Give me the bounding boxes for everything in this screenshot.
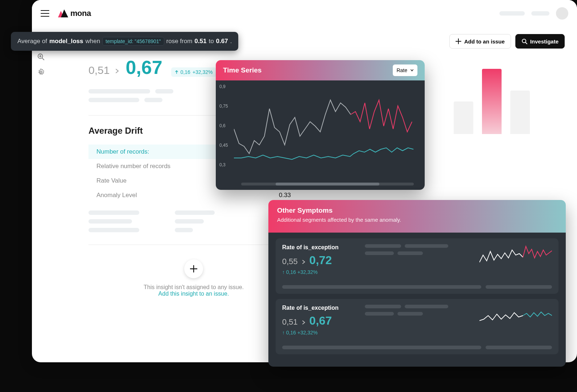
scrollbar-thumb[interactable] bbox=[276, 183, 379, 185]
gear-icon[interactable] bbox=[37, 68, 45, 76]
menu-icon[interactable] bbox=[41, 10, 49, 17]
symptom-values: 0,55 0,72 bbox=[282, 254, 358, 267]
tooltip-text: when bbox=[85, 38, 100, 45]
caret-right-icon bbox=[301, 320, 306, 325]
summary-from: 0,51 bbox=[88, 64, 110, 76]
card-header: Other Symptoms Additional segments affec… bbox=[268, 200, 566, 233]
stat-label: Number of records: bbox=[96, 148, 149, 155]
card-title: Other Symptoms bbox=[277, 207, 557, 214]
placeholder-strip bbox=[282, 346, 552, 349]
timeseries-svg bbox=[234, 86, 415, 172]
timeseries-card: Time Series Rate 0,9 0,75 0,6 0,45 0,3 bbox=[216, 60, 425, 190]
tooltip-text: to bbox=[209, 38, 214, 45]
symptom-from: 0,55 bbox=[282, 257, 298, 266]
topbar: mona bbox=[32, 0, 577, 27]
placeholder-rows bbox=[88, 210, 299, 232]
divider bbox=[88, 245, 299, 245]
add-to-issue-label: Add to an issue bbox=[464, 38, 505, 45]
symptom-delta: ↑ 0,16 +32,32% bbox=[282, 330, 358, 335]
tooltip-text: Average of bbox=[17, 38, 47, 45]
sparkline bbox=[479, 305, 552, 327]
tooltip-from: 0.51 bbox=[194, 38, 206, 45]
assign-link[interactable]: Add this insight to an issue. bbox=[88, 291, 299, 297]
tooltip-text: . bbox=[230, 38, 232, 45]
card-subtitle: Additional segments affected by the same… bbox=[277, 217, 557, 223]
sparkline bbox=[479, 244, 552, 267]
side-tools bbox=[37, 53, 45, 76]
symptom-delta: ↑ 0,16 +32,32% bbox=[282, 269, 358, 275]
plus-icon bbox=[190, 265, 198, 273]
symptom-to: 0,67 bbox=[309, 314, 332, 328]
svg-point-2 bbox=[40, 71, 42, 73]
symptom-item[interactable]: Rate of is_exception 0,55 0,72 ↑ 0,16 +3… bbox=[276, 238, 559, 294]
stat-label: Anomaly Level bbox=[96, 192, 137, 199]
bar-chart-placeholder bbox=[454, 54, 562, 134]
stat-value: 0.33 bbox=[279, 192, 291, 199]
card-header: Time Series Rate bbox=[216, 60, 425, 80]
caret-right-icon bbox=[301, 260, 306, 264]
assign-hint: This insight isn't assigned to any issue… bbox=[88, 284, 299, 291]
tooltip-text: rose from bbox=[166, 38, 193, 45]
plus-icon bbox=[456, 38, 461, 44]
topbar-right bbox=[499, 7, 568, 20]
symptom-name: Rate of is_exception bbox=[282, 244, 358, 251]
timeseries-plot[interactable]: 0,9 0,75 0,6 0,45 0,3 bbox=[216, 80, 425, 190]
symptom-from: 0,51 bbox=[282, 317, 298, 327]
y-tick: 0,45 bbox=[219, 143, 228, 148]
delta-pct: +32,32% bbox=[193, 69, 213, 75]
insight-tooltip: Average of model_loss when template_id: … bbox=[11, 32, 238, 51]
select-value: Rate bbox=[396, 67, 407, 73]
tooltip-metric: model_loss bbox=[49, 38, 83, 45]
placeholder-rows bbox=[365, 305, 473, 316]
placeholder bbox=[531, 11, 549, 16]
investigate-button[interactable]: Investigate bbox=[515, 34, 565, 49]
brand-name: mona bbox=[70, 9, 91, 18]
arrow-right-icon bbox=[115, 68, 120, 74]
card-title: Time Series bbox=[223, 66, 261, 74]
symptom-name: Rate of is_exception bbox=[282, 305, 358, 311]
tooltip-to: 0.67 bbox=[216, 38, 228, 45]
add-issue-round-button[interactable] bbox=[184, 259, 203, 278]
y-tick: 0,6 bbox=[219, 123, 226, 128]
stat-anomaly: Anomaly Level 0.33 bbox=[88, 188, 299, 203]
metric-select[interactable]: Rate bbox=[393, 64, 417, 76]
symptoms-card: Other Symptoms Additional segments affec… bbox=[268, 200, 566, 367]
symptoms-body: Rate of is_exception 0,55 0,72 ↑ 0,16 +3… bbox=[268, 233, 566, 367]
delta-abs: 0,16 bbox=[181, 69, 190, 75]
stat-label: Rate Value bbox=[96, 177, 127, 184]
chevron-down-icon bbox=[410, 68, 414, 72]
symptom-values: 0,51 0,67 bbox=[282, 314, 358, 328]
zoom-in-icon[interactable] bbox=[37, 53, 45, 61]
symptom-to: 0,72 bbox=[309, 254, 332, 267]
arrow-up-icon bbox=[175, 70, 178, 74]
delta-badge: 0,16 +32,32% bbox=[171, 67, 217, 77]
placeholder-rows bbox=[365, 244, 473, 255]
avatar[interactable] bbox=[556, 7, 568, 20]
logo-mark-icon bbox=[58, 9, 68, 17]
summary-to: 0,67 bbox=[125, 57, 162, 78]
symptom-item[interactable]: Rate of is_exception 0,51 0,67 ↑ 0,16 +3… bbox=[276, 299, 559, 354]
filter-chip[interactable]: template_id: "45678901" bbox=[102, 37, 164, 46]
placeholder bbox=[499, 11, 525, 16]
action-row: Add to an issue Investigate bbox=[449, 34, 565, 49]
investigate-label: Investigate bbox=[530, 38, 559, 45]
brand-logo: mona bbox=[58, 9, 91, 18]
horizontal-scrollbar[interactable] bbox=[241, 183, 414, 185]
y-tick: 0,3 bbox=[219, 162, 226, 167]
y-tick: 0,75 bbox=[219, 104, 228, 109]
add-to-issue-button[interactable]: Add to an issue bbox=[449, 34, 511, 49]
search-zoom-icon bbox=[522, 38, 527, 44]
stat-label: Relative number of records bbox=[96, 163, 170, 170]
placeholder-strip bbox=[282, 285, 552, 289]
y-tick: 0,9 bbox=[219, 84, 226, 89]
